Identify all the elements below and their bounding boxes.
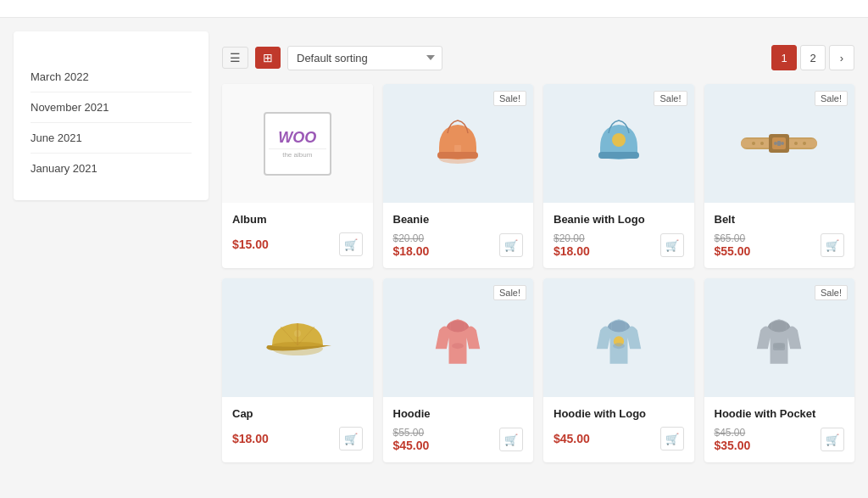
product-name: Hoodie with Pocket: [715, 407, 845, 420]
product-image-area: Sale!: [704, 278, 855, 397]
product-name: Album: [232, 213, 363, 226]
sidebar: March 2022November 2021June 2021January …: [14, 31, 209, 462]
product-info: Belt $65.00 $55.00 🛒: [704, 203, 855, 268]
price-current: $18.00: [393, 244, 430, 258]
sidebar-item-november-2021[interactable]: November 2021: [31, 92, 192, 123]
pagination: 12›: [771, 45, 854, 70]
price-current: $18.00: [554, 244, 590, 258]
product-price-row: $20.00 $18.00 🛒: [393, 232, 524, 258]
products-grid: WOO the album Album $15.00 🛒 Sale! Beani…: [222, 84, 854, 462]
product-info: Beanie $20.00 $18.00 🛒: [383, 203, 534, 268]
price-current: $45.00: [393, 439, 430, 452]
svg-rect-1: [437, 152, 478, 159]
product-name: Hoodie with Logo: [554, 407, 684, 420]
sidebar-item-june-2021[interactable]: June 2021: [31, 123, 192, 154]
product-price-row: $45.00 $35.00 🛒: [715, 427, 845, 452]
product-image-area: Sale!: [543, 84, 694, 203]
add-to-cart-button[interactable]: 🛒: [660, 233, 684, 257]
price-wrapper: $20.00 $18.00: [393, 232, 430, 258]
beanie-blue-illustration: [585, 109, 653, 177]
page-wrapper: March 2022November 2021June 2021January …: [0, 0, 868, 498]
grid-view-button[interactable]: ⊞: [255, 47, 281, 69]
price-wrapper: $20.00 $18.00: [554, 232, 590, 258]
price-original: $45.00: [715, 427, 751, 439]
product-info: Hoodie with Pocket $45.00 $35.00 🛒: [704, 397, 855, 462]
product-card-beanie[interactable]: Sale! Beanie $20.00 $18.00 🛒: [383, 84, 534, 268]
product-name: Hoodie: [393, 407, 524, 420]
product-card-beanie-logo[interactable]: Sale! Beanie with Logo $20.00 $18.00 🛒: [543, 84, 694, 268]
product-price-row: $45.00 🛒: [554, 427, 684, 450]
beanie-orange-illustration: [424, 109, 492, 177]
hoodie-pink-illustration: [428, 299, 487, 376]
svg-point-12: [752, 142, 755, 145]
product-image-area: [543, 278, 694, 397]
add-to-cart-button[interactable]: 🛒: [499, 233, 523, 257]
sale-badge: Sale!: [493, 285, 526, 300]
product-image-area: Sale!: [383, 84, 534, 203]
page-btn-1[interactable]: 1: [771, 45, 797, 70]
product-info: Beanie with Logo $20.00 $18.00 🛒: [543, 203, 694, 268]
sale-badge: Sale!: [654, 91, 687, 106]
product-card-hoodie-logo[interactable]: Hoodie with Logo $45.00 🛒: [543, 278, 694, 462]
add-to-cart-button[interactable]: 🛒: [499, 428, 523, 451]
page-btn-2[interactable]: 2: [800, 45, 826, 70]
product-info: Hoodie $55.00 $45.00 🛒: [383, 397, 534, 462]
product-name: Beanie with Logo: [554, 213, 684, 226]
price-single: $45.00: [554, 432, 590, 445]
svg-point-10: [774, 142, 777, 145]
add-to-cart-button[interactable]: 🛒: [660, 427, 684, 450]
shop-area: ☰ ⊞ Default sortingSort by popularitySor…: [222, 31, 854, 462]
price-original: $55.00: [393, 427, 430, 439]
add-to-cart-button[interactable]: 🛒: [339, 232, 363, 256]
svg-rect-3: [598, 152, 639, 159]
product-price-row: $55.00 $45.00 🛒: [393, 427, 524, 452]
hoodie-blue-illustration: [589, 299, 648, 376]
product-name: Cap: [232, 407, 363, 420]
breadcrumb: [0, 0, 868, 18]
sale-badge: Sale!: [815, 91, 848, 106]
cap-illustration: [259, 308, 336, 367]
album-illustration: WOO the album: [264, 112, 331, 176]
product-info: Cap $18.00 🛒: [222, 397, 373, 461]
sidebar-item-march-2022[interactable]: March 2022: [31, 62, 192, 92]
svg-rect-9: [777, 141, 781, 146]
svg-point-11: [781, 142, 784, 145]
archives-list: March 2022November 2021June 2021January …: [31, 62, 192, 183]
sidebar-card: March 2022November 2021June 2021January …: [14, 31, 209, 200]
product-image-area: [222, 278, 373, 397]
product-image-area: Sale!: [383, 278, 534, 397]
sale-badge: Sale!: [493, 91, 526, 106]
price-original: $65.00: [715, 232, 751, 244]
belt-illustration: [737, 118, 821, 169]
price-current: $55.00: [715, 244, 751, 258]
main-content: March 2022November 2021June 2021January …: [0, 18, 868, 476]
product-image-area: WOO the album: [222, 84, 373, 203]
price-wrapper: $55.00 $45.00: [393, 427, 430, 452]
svg-point-13: [760, 142, 764, 145]
svg-point-15: [803, 142, 806, 145]
price-original: $20.00: [393, 232, 430, 244]
product-card-belt[interactable]: Sale! Belt $65.00 $55.00: [704, 84, 855, 268]
sidebar-item-january-2021[interactable]: January 2021: [31, 154, 192, 183]
price-single: $15.00: [232, 238, 269, 251]
price-current: $35.00: [715, 439, 751, 452]
svg-point-22: [452, 343, 464, 349]
price-single: $18.00: [232, 432, 269, 445]
product-card-cap[interactable]: Cap $18.00 🛒: [222, 278, 373, 462]
add-to-cart-button[interactable]: 🛒: [821, 428, 844, 451]
toolbar-left: ☰ ⊞ Default sortingSort by popularitySor…: [222, 46, 442, 70]
svg-point-4: [612, 133, 626, 147]
product-card-album[interactable]: WOO the album Album $15.00 🛒: [222, 84, 373, 268]
svg-point-24: [613, 343, 625, 349]
toolbar: ☰ ⊞ Default sortingSort by popularitySor…: [222, 45, 854, 70]
product-card-hoodie-pocket[interactable]: Sale! Hoodie with Pocket $45.00 $35.00 🛒: [704, 278, 855, 462]
page-next-button[interactable]: ›: [829, 45, 854, 70]
price-wrapper: $65.00 $55.00: [715, 232, 751, 258]
product-card-hoodie[interactable]: Sale! Hoodie $55.00 $45.00 🛒: [383, 278, 534, 462]
hoodie-gray-illustration: [749, 299, 809, 376]
list-view-button[interactable]: ☰: [222, 47, 248, 69]
add-to-cart-button[interactable]: 🛒: [339, 427, 363, 450]
sale-badge: Sale!: [815, 285, 848, 300]
add-to-cart-button[interactable]: 🛒: [821, 233, 844, 257]
sort-select[interactable]: Default sortingSort by popularitySort by…: [287, 46, 442, 70]
